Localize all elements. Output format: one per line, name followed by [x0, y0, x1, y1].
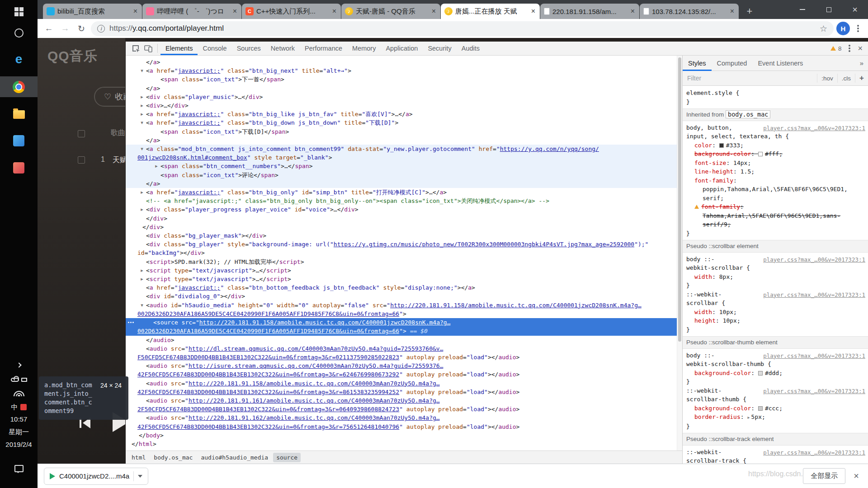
devtools-tab-memory[interactable]: Memory: [347, 42, 381, 55]
css-line[interactable]: }: [683, 325, 868, 334]
page-info-icon[interactable]: i: [97, 25, 105, 33]
expand-arrow-icon[interactable]: ▸: [139, 93, 145, 101]
expand-arrow-icon[interactable]: ▸: [139, 275, 145, 283]
css-line[interactable]: background-color: #fff;: [683, 150, 868, 159]
expand-value-icon[interactable]: ▸: [747, 415, 751, 420]
elements-tree-row[interactable]: ▸<script type="text/javascript">…</scrip…: [126, 275, 677, 283]
devtools-tab-security[interactable]: Security: [423, 42, 456, 55]
browser-tab[interactable]: CC++快速入门系列...×: [242, 4, 341, 19]
color-swatch[interactable]: [758, 406, 763, 411]
css-line[interactable]: }: [683, 98, 868, 107]
reload-button[interactable]: ↻: [75, 22, 88, 35]
address-bar[interactable]: i https://y.qq.com/portal/player.html ☆: [91, 21, 834, 36]
css-line[interactable]: scrollbar-thumb {: [683, 395, 868, 404]
elements-tree-row[interactable]: <script>SPD.mark(32); // HTML加载完毕</scrip…: [126, 258, 677, 266]
devtools-tab-performance[interactable]: Performance: [300, 42, 347, 55]
download-menu-caret-icon[interactable]: [138, 475, 142, 478]
sidebar-tabs-overflow-icon[interactable]: »: [855, 59, 868, 67]
styles-toolbar-button[interactable]: :hov: [817, 74, 837, 83]
start-button[interactable]: [0, 3, 38, 21]
css-line[interactable]: font-family:: [683, 202, 868, 211]
elements-tree-row[interactable]: 42F50CFD5CF674B83DD00D4BB1B43EB1302C322&…: [126, 422, 677, 431]
url-text[interactable]: https://y.qq.com/portal/player.html: [109, 24, 224, 33]
elements-tree-row[interactable]: ▸<div>…</div>: [126, 101, 677, 110]
collapse-arrow-icon[interactable]: ▾: [139, 118, 145, 127]
styles-toolbar-button[interactable]: +: [855, 74, 868, 83]
taskbar-item-red-app[interactable]: [0, 159, 38, 177]
elements-tree-row[interactable]: <span class="icon_txt">下载[D]</span>: [126, 127, 677, 136]
css-line[interactable]: ::-webkit-player.css?max_…00&v=2017323:1: [683, 386, 868, 395]
inherited-node-link[interactable]: body.os_mac: [726, 110, 770, 118]
browser-tab[interactable]: ♪天赋-唐嫣 - QQ音乐×: [341, 4, 440, 19]
elements-tree-row[interactable]: </div>: [126, 223, 677, 231]
elements-tree-row[interactable]: <div class="bg_player_mask"></div>: [126, 231, 677, 240]
taskbar-clock[interactable]: 10:57 星期一 2019/2/4: [0, 413, 38, 451]
elements-tree-row[interactable]: ▸<a href="javascript:;" class="btn_big_l…: [126, 110, 677, 118]
expand-arrow-icon[interactable]: ▸: [139, 205, 145, 214]
css-line[interactable]: Tahoma,Arial,\5FAE\8F6F\96C5\9ED1,sans-: [683, 211, 868, 221]
browser-tab[interactable]: bilibili_百度搜索×: [43, 4, 142, 19]
elements-tree-row[interactable]: 42F50CFD5CF674B83DD00D4BB1B43EB1302C322&…: [126, 388, 677, 396]
css-line[interactable]: }: [683, 422, 868, 431]
collapse-arrow-icon[interactable]: ▾: [139, 145, 145, 153]
devtools-tab-network[interactable]: Network: [266, 42, 300, 55]
css-line[interactable]: }: [683, 377, 868, 386]
elements-tree-row[interactable]: <div class="bg_player" style="background…: [126, 240, 677, 249]
download-bar-close-button[interactable]: ×: [854, 471, 859, 481]
tray-sync-group[interactable]: [0, 375, 38, 384]
devtools-tab-elements[interactable]: Elements: [160, 42, 198, 55]
elements-tree-row[interactable]: <source src="http://220.181.91.158/amobi…: [126, 318, 677, 327]
sidebar-tab-computed[interactable]: Computed: [712, 56, 753, 71]
css-line[interactable]: }: [683, 229, 868, 238]
css-line[interactable]: webkit-scrollbar {: [683, 263, 868, 272]
elements-tree-row[interactable]: </a>: [126, 84, 677, 93]
elements-tree-row[interactable]: 002D6326D230AFA186A59DE5C4CE0420990F1F6A…: [126, 327, 677, 335]
elements-tree-row[interactable]: </body>: [126, 431, 677, 440]
taskbar-item-explorer[interactable]: [0, 104, 38, 122]
css-line[interactable]: line-height: 1.5;: [683, 167, 868, 176]
css-line[interactable]: body, button,player.css?max_…00&v=201732…: [683, 123, 868, 132]
browser-tab[interactable]: 哔哩哔哩 ( ゜- ゜)つロ×: [142, 4, 241, 19]
elements-tree-row[interactable]: id="backImg"></div>: [126, 249, 677, 257]
css-line[interactable]: scrollbar-track {: [683, 456, 868, 464]
forward-button[interactable]: →: [58, 22, 72, 35]
css-line[interactable]: serif;: [683, 194, 868, 203]
window-minimize-button[interactable]: [789, 0, 816, 19]
browser-tab[interactable]: ♪唐嫣...正在播放 天赋×: [441, 4, 540, 19]
ime-tray-group[interactable]: 中: [0, 403, 38, 412]
tab-close-button[interactable]: ×: [132, 7, 138, 15]
expand-arrow-icon[interactable]: ▸: [139, 110, 145, 118]
stylesheet-link[interactable]: player.css?max_…00&v=2017323:1: [763, 124, 865, 133]
scrollbar-thumb[interactable]: [678, 57, 681, 342]
elements-tree-row[interactable]: <span class="icon_txt">评论</span>: [126, 171, 677, 179]
elements-tree-row[interactable]: <audio src="http://220.181.91.161/amobil…: [126, 396, 677, 405]
collapse-arrow-icon[interactable]: ▾: [139, 301, 145, 310]
browser-menu-icon[interactable]: [857, 28, 859, 29]
elements-tree-row[interactable]: <a href="javascript:;" class="btn_bottom…: [126, 283, 677, 292]
devtools-tab-application[interactable]: Application: [381, 42, 423, 55]
css-line[interactable]: ::-webkit-player.css?max_…00&v=2017323:1: [683, 290, 868, 299]
avatar[interactable]: H: [836, 22, 850, 35]
css-line[interactable]: width: 8px;: [683, 272, 868, 282]
css-line[interactable]: element.style {: [683, 89, 868, 98]
elements-tree-row[interactable]: <span class="icon_txt">下一首</span>: [126, 75, 677, 84]
inspect-element-button[interactable]: [129, 42, 142, 55]
tab-close-button[interactable]: ×: [331, 7, 337, 15]
css-line[interactable]: font-size: 14px;: [683, 159, 868, 168]
collapse-arrow-icon[interactable]: ▾: [139, 66, 145, 75]
node-menu-icon[interactable]: [128, 322, 129, 323]
elements-tree-row[interactable]: ▾<audio id="h5audio_media" height="0" wi…: [126, 301, 677, 310]
devtools-tab-sources[interactable]: Sources: [232, 42, 266, 55]
show-all-downloads-button[interactable]: 全部显示: [803, 468, 845, 484]
song-checkbox[interactable]: [78, 156, 85, 164]
css-line[interactable]: }: [683, 281, 868, 290]
devtools-close-button[interactable]: ×: [858, 44, 863, 53]
tab-close-button[interactable]: ×: [431, 7, 437, 15]
tray-expand-button[interactable]: [0, 361, 38, 370]
back-button[interactable]: ←: [42, 22, 56, 35]
color-swatch[interactable]: [758, 152, 763, 156]
css-line[interactable]: webkit-scrollbar-thumb {: [683, 360, 868, 369]
stylesheet-link[interactable]: player.css?max_…00&v=2017323:1: [763, 448, 865, 457]
song-title[interactable]: 天赋: [113, 155, 125, 165]
tab-close-button[interactable]: ×: [630, 7, 636, 15]
